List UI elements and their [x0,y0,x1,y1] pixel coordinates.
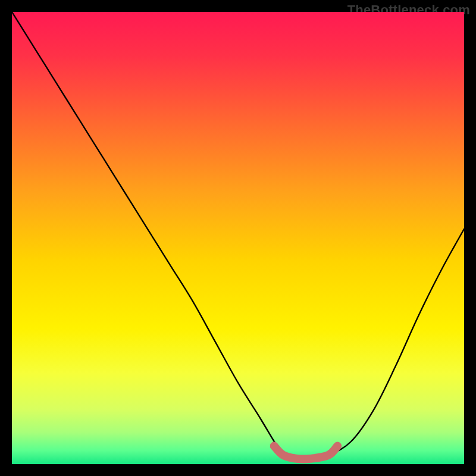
plot-svg [12,12,464,464]
gradient-background [12,12,464,464]
plot-area [12,12,464,464]
optimal-zone-dot [270,442,278,450]
chart-stage: TheBottleneck.com [0,0,476,476]
